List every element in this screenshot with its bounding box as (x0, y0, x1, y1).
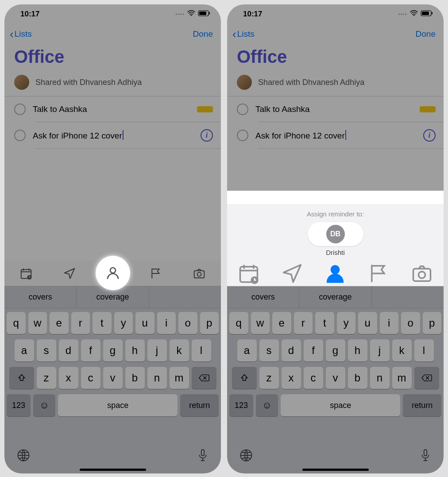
reminder-text[interactable]: Talk to Aashka (33, 104, 190, 114)
key-w[interactable]: w (251, 312, 270, 334)
prediction-1[interactable]: coverage (299, 286, 371, 308)
reminder-row-1[interactable]: Ask for iPhone 12 cover i (4, 122, 221, 149)
prediction-0[interactable]: covers (4, 286, 77, 308)
key-y[interactable]: y (114, 312, 133, 334)
camera-button[interactable] (410, 262, 433, 285)
key-a[interactable]: a (15, 339, 34, 362)
key-123[interactable]: 123 (7, 394, 31, 416)
globe-icon[interactable] (239, 449, 253, 464)
key-o[interactable]: o (178, 312, 197, 334)
key-v[interactable]: v (326, 367, 345, 389)
home-indicator[interactable] (80, 469, 146, 471)
key-g[interactable]: g (103, 339, 123, 362)
key-k[interactable]: k (170, 339, 189, 362)
key-space[interactable]: space (281, 394, 400, 416)
mic-icon[interactable] (420, 449, 431, 464)
key-h[interactable]: h (348, 339, 367, 362)
calendar-button[interactable] (15, 262, 38, 285)
shared-with-row[interactable]: Shared with Dhvanesh Adhiya (227, 71, 444, 96)
reminder-text[interactable]: Ask for iPhone 12 cover (255, 130, 416, 141)
keyboard[interactable]: covers coverage q w e r t y u i o p a s … (4, 286, 221, 473)
reminder-row-0[interactable]: Talk to Aashka (227, 96, 444, 122)
reminder-radio[interactable] (237, 104, 248, 115)
reminder-radio[interactable] (14, 104, 26, 115)
shared-with-row[interactable]: Shared with Dhvanesh Adhiya (4, 71, 221, 96)
key-r[interactable]: r (71, 312, 90, 334)
key-s[interactable]: s (37, 339, 56, 362)
key-l[interactable]: l (192, 339, 211, 362)
reminder-row-1[interactable]: Ask for iPhone 12 cover i (227, 122, 444, 149)
key-b[interactable]: b (125, 367, 145, 389)
key-u[interactable]: u (358, 312, 377, 334)
back-button[interactable]: ‹ Lists (232, 28, 255, 40)
key-c[interactable]: c (81, 367, 100, 389)
flag-button[interactable] (367, 262, 390, 285)
done-button[interactable]: Done (193, 29, 213, 39)
key-r[interactable]: r (294, 312, 313, 334)
reminder-radio[interactable] (237, 130, 248, 141)
key-x[interactable]: x (282, 367, 301, 389)
key-g[interactable]: g (326, 339, 345, 362)
info-button[interactable]: i (201, 129, 213, 142)
key-shift[interactable] (9, 367, 34, 389)
key-m[interactable]: m (392, 367, 412, 389)
assign-person-button[interactable] (324, 262, 347, 285)
key-f[interactable]: f (304, 339, 323, 362)
location-button[interactable] (58, 262, 81, 285)
key-s[interactable]: s (259, 339, 279, 362)
key-w[interactable]: w (28, 312, 47, 334)
key-return[interactable]: return (180, 394, 219, 416)
mic-icon[interactable] (197, 449, 209, 464)
info-button[interactable]: i (423, 129, 436, 142)
reminder-text[interactable]: Ask for iPhone 12 cover (33, 130, 193, 141)
key-o[interactable]: o (401, 312, 420, 334)
key-f[interactable]: f (81, 339, 100, 362)
key-backspace[interactable] (414, 367, 439, 389)
key-v[interactable]: v (103, 367, 123, 389)
key-b[interactable]: b (348, 367, 367, 389)
camera-button[interactable] (188, 262, 211, 285)
key-d[interactable]: d (59, 339, 78, 362)
key-d[interactable]: d (282, 339, 301, 362)
key-i[interactable]: i (380, 312, 399, 334)
key-z[interactable]: z (37, 367, 56, 389)
key-n[interactable]: n (147, 367, 167, 389)
key-q[interactable]: q (7, 312, 26, 334)
key-p[interactable]: p (200, 312, 219, 334)
key-e[interactable]: e (50, 312, 69, 334)
calendar-button[interactable] (237, 262, 260, 285)
key-emoji[interactable]: ☺ (33, 394, 55, 416)
keyboard[interactable]: covers coverage q w e r t y u i o p a s … (227, 286, 444, 473)
prediction-0[interactable]: covers (227, 286, 299, 308)
key-l[interactable]: l (414, 339, 434, 362)
key-h[interactable]: h (125, 339, 145, 362)
key-z[interactable]: z (259, 367, 279, 389)
location-button[interactable] (281, 262, 304, 285)
reminder-row-0[interactable]: Talk to Aashka (4, 96, 221, 122)
key-p[interactable]: p (423, 312, 442, 334)
reminder-radio[interactable] (14, 130, 26, 141)
key-backspace[interactable] (192, 367, 216, 389)
key-j[interactable]: j (370, 339, 390, 362)
key-space[interactable]: space (58, 394, 178, 416)
key-a[interactable]: a (237, 339, 257, 362)
key-y[interactable]: y (337, 312, 356, 334)
key-shift[interactable] (232, 367, 257, 389)
done-button[interactable]: Done (416, 29, 436, 39)
key-j[interactable]: j (147, 339, 167, 362)
key-u[interactable]: u (135, 312, 154, 334)
key-x[interactable]: x (59, 367, 78, 389)
globe-icon[interactable] (17, 449, 30, 464)
key-e[interactable]: e (272, 312, 291, 334)
flag-button[interactable] (144, 262, 167, 285)
back-button[interactable]: ‹ Lists (10, 28, 32, 40)
key-i[interactable]: i (157, 312, 176, 334)
key-emoji[interactable]: ☺ (256, 394, 278, 416)
key-c[interactable]: c (304, 367, 323, 389)
key-123[interactable]: 123 (229, 394, 253, 416)
key-t[interactable]: t (93, 312, 112, 334)
reminder-text[interactable]: Talk to Aashka (255, 104, 413, 114)
key-n[interactable]: n (370, 367, 390, 389)
key-t[interactable]: t (315, 312, 334, 334)
assign-option[interactable]: DB (308, 222, 363, 246)
